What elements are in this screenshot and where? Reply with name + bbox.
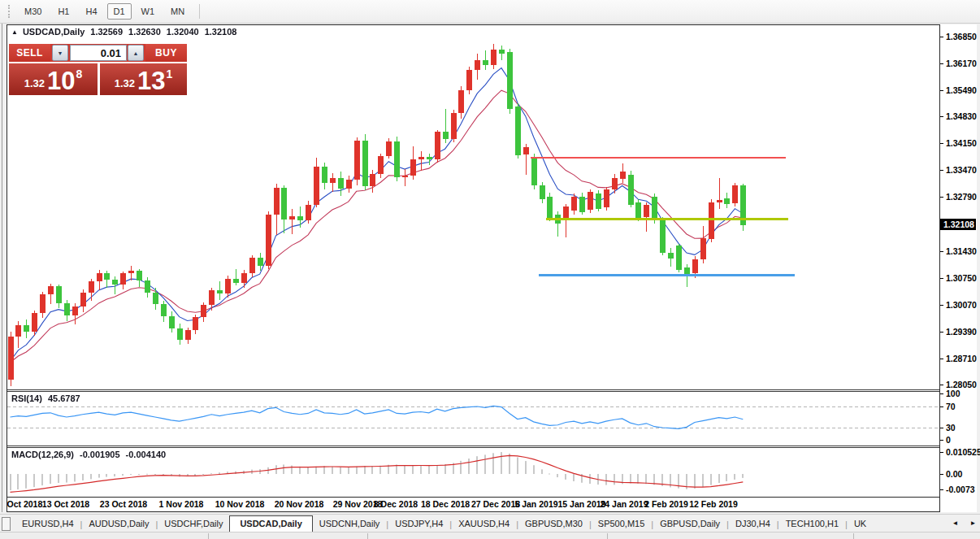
date-axis-label: 10 Nov 2018	[215, 498, 265, 511]
chart-tab-gbpusd-daily[interactable]: GBPUSD,Daily	[653, 516, 726, 532]
volume-decrease-button[interactable]: ▼	[52, 45, 68, 61]
tab-scroll-right-icon[interactable]: ►	[967, 517, 979, 529]
date-axis-label: 23 Oct 2018	[100, 498, 147, 511]
chart-tab-sp500-m15[interactable]: SP500,M15	[592, 516, 651, 532]
chart-tab-usdcnh-daily[interactable]: USDCNH,Daily	[313, 516, 387, 532]
chart-window[interactable]: ▲USDCAD,Daily1.325691.326301.320401.3210…	[7, 24, 940, 512]
chart-tab-gbpusd-m30[interactable]: GBPUSD,M30	[518, 516, 589, 532]
price-axis-label: 100	[940, 389, 977, 399]
bottom-strip-mark	[208, 533, 209, 539]
chart-tab-eurusd-h4[interactable]: EURUSD,H4	[15, 516, 80, 532]
pane-splitter-rsi[interactable]	[7, 389, 939, 392]
ohlc-low: 1.32040	[167, 27, 199, 37]
chart-tab-tech100-h1[interactable]: TECH100,H1	[779, 516, 845, 532]
chart-tab-usdchf-daily[interactable]: USDCHF,Daily	[158, 516, 229, 532]
bottom-strip-mark	[367, 533, 368, 539]
timeframe-button-m30[interactable]: M30	[18, 3, 48, 20]
chart-tab-audusd-daily[interactable]: AUDUSD,Daily	[82, 516, 155, 532]
bottom-strip-mark	[607, 533, 608, 539]
macd-label: MACD(12,26,9)-0.001905-0.004140	[11, 450, 166, 459]
sell-price-point: 8	[76, 67, 83, 80]
price-axis-label: 1.34830	[940, 111, 977, 122]
rsi-indicator-canvas[interactable]	[7, 392, 939, 446]
date-axis-label: 27 Dec 2018	[471, 498, 520, 511]
price-axis[interactable]: 1.368501.361701.354901.348301.341501.334…	[940, 24, 977, 512]
toolbar-grip-icon[interactable]	[8, 5, 11, 18]
price-axis-label: 1.36170	[940, 59, 977, 69]
one-click-trading-panel: SELL ▼ ▲ BUY 1.32108 1.32131	[9, 44, 187, 95]
buy-price-base: 1.32	[115, 77, 135, 89]
price-axis-label: 1.35490	[940, 85, 977, 96]
price-axis-label: 30	[940, 423, 977, 433]
price-axis-label: 1.34150	[940, 138, 977, 149]
rsi-name: RSI(14)	[11, 393, 42, 403]
tab-list-button[interactable]	[2, 517, 11, 531]
rsi-label: RSI(14)45.6787	[11, 393, 80, 403]
date-axis-label: 13 Oct 2018	[42, 498, 89, 511]
current-price-badge: 1.32108	[940, 219, 976, 230]
timeframe-button-h4[interactable]: H4	[79, 3, 103, 20]
workspace-left-edge	[0, 24, 7, 512]
collapse-arrow-icon[interactable]: ▲	[11, 28, 18, 36]
price-axis-label: 1.31430	[940, 246, 977, 257]
date-axis-label: 15 Jan 2019	[558, 498, 606, 511]
bottom-strip	[0, 532, 980, 539]
sell-price-pips: 10	[47, 69, 75, 93]
date-axis-label: 12 Feb 2019	[689, 498, 738, 511]
price-axis-label: 1.36850	[940, 32, 977, 42]
buy-button[interactable]: BUY	[145, 44, 187, 62]
chart-tab-dj30-h4[interactable]: DJ30,H4	[729, 516, 777, 532]
ohlc-open: 1.32569	[90, 27, 123, 37]
bottom-strip-mark	[853, 533, 854, 539]
ohlc-high: 1.32630	[128, 27, 161, 37]
price-axis-label: 1.28710	[940, 354, 977, 364]
timeframe-button-d1[interactable]: D1	[107, 3, 132, 20]
tab-scroll-left-icon[interactable]: ◄	[949, 517, 961, 529]
mt4-terminal: M30H1H4D1W1MN ▲USDCAD,Daily1.325691.3263…	[0, 0, 980, 539]
price-axis-label: 1.33470	[940, 165, 977, 176]
pane-splitter-macd[interactable]	[7, 446, 939, 448]
date-axis-label: 2 Feb 2019	[644, 498, 688, 511]
chart-tab-usdcad-daily[interactable]: USDCAD,Daily	[229, 515, 312, 532]
timeframe-button-w1[interactable]: W1	[135, 3, 162, 20]
date-axis-label: 1 Nov 2018	[159, 498, 204, 511]
arrow-up-icon: ▲	[133, 50, 139, 56]
date-axis-label: 8 Dec 2018	[374, 498, 418, 511]
ohlc-close: 1.32108	[205, 27, 237, 37]
toolbar-separator	[199, 4, 200, 19]
price-axis-label: 0.00	[940, 469, 977, 480]
timeframe-button-h1[interactable]: H1	[51, 3, 76, 20]
date-axis-label: 18 Dec 2018	[421, 498, 470, 511]
sell-button[interactable]: SELL	[9, 44, 50, 62]
macd-name: MACD(12,26,9)	[11, 450, 74, 459]
timeframe-buttons: M30H1H4D1W1MN	[18, 3, 194, 20]
price-axis-label: 0	[940, 435, 977, 446]
timeframe-button-mn[interactable]: MN	[164, 3, 191, 20]
chart-tab-uk[interactable]: UK	[848, 516, 873, 532]
volume-increase-button[interactable]: ▲	[128, 45, 144, 61]
date-axis-label: 5 Jan 2019	[514, 498, 557, 511]
chart-symbol: USDCAD,Daily	[23, 27, 85, 37]
macd-value: -0.001905	[80, 450, 120, 459]
chart-tabbar: EURUSD,H4|AUDUSD,Daily|USDCHF,DailyUSDCA…	[0, 514, 980, 532]
price-axis-label: 1.32790	[940, 192, 977, 202]
price-axis-label: -0.0073	[940, 485, 977, 495]
date-axis-label: 20 Nov 2018	[275, 498, 324, 511]
price-axis-label: 0.010525	[940, 447, 977, 458]
chart-tab-usdjpy-h4[interactable]: USDJPY,H4	[388, 516, 449, 532]
price-axis-label: 70	[940, 402, 977, 412]
date-axis-border	[7, 497, 939, 498]
buy-price-button[interactable]: 1.32131	[100, 63, 187, 95]
buy-price-pips: 13	[137, 69, 165, 93]
sell-price-button[interactable]: 1.32108	[9, 63, 98, 95]
timeframe-toolbar: M30H1H4D1W1MN	[0, 0, 980, 24]
sell-price-base: 1.32	[24, 77, 45, 89]
price-axis-label: 1.30070	[940, 300, 977, 311]
buy-price-point: 1	[167, 67, 173, 80]
arrow-down-icon: ▼	[58, 50, 63, 56]
volume-input[interactable]	[70, 45, 127, 61]
chart-title: ▲USDCAD,Daily1.325691.326301.320401.3210…	[11, 27, 236, 37]
date-axis[interactable]: 4 Oct 201813 Oct 201823 Oct 20181 Nov 20…	[7, 498, 939, 511]
chart-tab-xauusd-h4[interactable]: XAUUSD,H4	[452, 516, 516, 532]
date-axis-label: 24 Jan 2019	[601, 498, 648, 511]
